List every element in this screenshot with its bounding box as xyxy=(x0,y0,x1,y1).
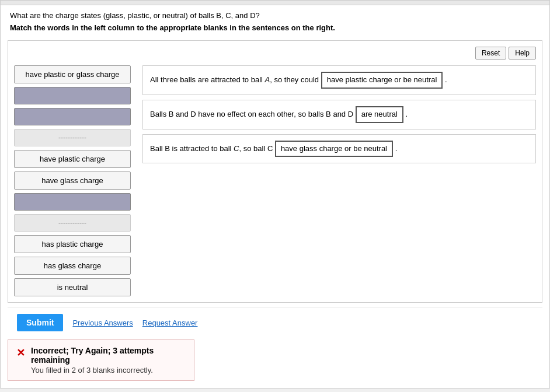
reset-button[interactable]: Reset xyxy=(475,47,506,60)
drag-item-filled-1 xyxy=(14,87,131,104)
drag-item-filled-3 xyxy=(14,193,131,211)
content-area: have plastic or glass charge -----------… xyxy=(14,65,536,296)
drag-item-filled-2 xyxy=(14,108,131,125)
answer-blank-1[interactable]: have plastic charge or be neutral xyxy=(321,72,443,89)
sentence-3-prefix: Ball B is attracted to ball C, so ball C xyxy=(150,144,275,153)
drag-item-plastic-or-glass[interactable]: have plastic or glass charge xyxy=(14,65,131,83)
right-column: All three balls are attracted to ball A,… xyxy=(142,65,536,163)
answer-blank-2[interactable]: are neutral xyxy=(356,106,403,123)
left-column: have plastic or glass charge -----------… xyxy=(14,65,131,296)
drag-item-dashed-2: ------------ xyxy=(14,214,131,232)
feedback-message: You filled in 2 of 3 blanks incorrectly. xyxy=(31,366,186,374)
question-header: What are the charge states (glass, plast… xyxy=(1,5,549,36)
question-text: What are the charge states (glass, plast… xyxy=(10,11,540,20)
submit-button[interactable]: Submit xyxy=(17,314,63,331)
drag-item-has-plastic[interactable]: has plastic charge xyxy=(14,235,131,253)
sentence-3-end: . xyxy=(393,144,397,153)
top-buttons: Reset Help xyxy=(14,47,536,60)
drag-item-have-glass[interactable]: have glass charge xyxy=(14,172,131,190)
top-bar xyxy=(1,1,549,5)
sentence-2-prefix: Balls B and D have no effect on each oth… xyxy=(150,110,356,118)
sentence-1-prefix: All three balls are attracted to ball A,… xyxy=(150,75,321,84)
sentence-row-2: Balls B and D have no effect on each oth… xyxy=(142,100,536,130)
answer-blank-3[interactable]: have glass charge or be neutral xyxy=(275,141,393,158)
sentence-row-3: Ball B is attracted to ball C, so ball C… xyxy=(142,134,536,164)
drag-item-dashed-1: ------------ xyxy=(14,129,131,146)
previous-answers-button[interactable]: Previous Answers xyxy=(72,318,133,327)
sentence-2-end: . xyxy=(403,110,408,118)
drag-item-has-glass[interactable]: has glass charge xyxy=(14,257,131,275)
incorrect-icon: ✕ xyxy=(16,346,25,359)
main-container: Reset Help have plastic or glass charge … xyxy=(8,40,542,303)
bottom-bar: Submit Previous Answers Request Answer xyxy=(8,307,542,337)
help-button[interactable]: Help xyxy=(509,47,536,60)
page-wrapper: What are the charge states (glass, plast… xyxy=(0,0,550,388)
feedback-text: Incorrect; Try Again; 3 attempts remaini… xyxy=(31,346,186,374)
feedback-box: ✕ Incorrect; Try Again; 3 attempts remai… xyxy=(8,340,194,381)
request-answer-button[interactable]: Request Answer xyxy=(142,318,198,327)
sentence-1-end: . xyxy=(443,75,447,84)
drag-item-have-plastic[interactable]: have plastic charge xyxy=(14,150,131,168)
feedback-title: Incorrect; Try Again; 3 attempts remaini… xyxy=(31,346,154,365)
instruction-text: Match the words in the left column to th… xyxy=(10,23,540,32)
sentence-row-1: All three balls are attracted to ball A,… xyxy=(142,65,536,95)
drag-item-is-neutral[interactable]: is neutral xyxy=(14,278,131,296)
